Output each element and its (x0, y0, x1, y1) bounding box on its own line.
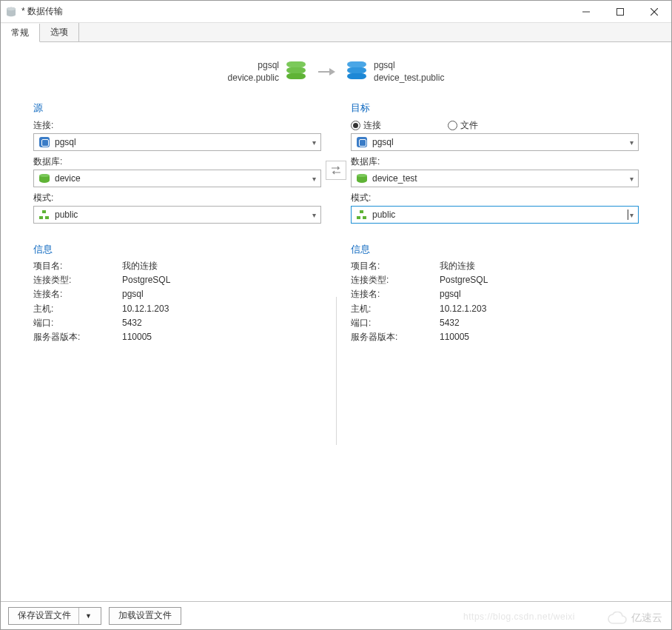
maximize-button[interactable] (603, 1, 637, 22)
target-heading: 目标 (351, 101, 639, 115)
postgres-icon (38, 136, 50, 148)
target-db-label: 数据库: (351, 155, 639, 168)
info-value: 10.12.1.203 (440, 302, 486, 316)
source-schema-value: public (55, 210, 311, 220)
target-connection-select[interactable]: pgsql ▾ (351, 133, 639, 151)
info-key: 服务器版本: (33, 330, 122, 344)
tabbar: 常规 选项 (1, 23, 671, 42)
radio-checked-icon (351, 121, 360, 130)
target-mode-radio-group: 连接 文件 (351, 119, 639, 132)
chevron-down-icon: ▾ (628, 211, 635, 219)
target-schema-value: public (372, 210, 628, 220)
info-key: 服务器版本: (351, 330, 440, 344)
info-row: 连接类型:PostgreSQL (33, 273, 321, 287)
summary-source-db: device.public (228, 72, 279, 84)
minimize-button[interactable] (569, 1, 603, 22)
svg-marker-7 (329, 68, 335, 76)
tab-general[interactable]: 常规 (1, 24, 40, 42)
source-db-value: device (55, 173, 311, 184)
close-button[interactable] (637, 1, 671, 22)
radio-connection-label: 连接 (363, 119, 381, 132)
radio-file[interactable]: 文件 (448, 119, 478, 132)
schema-icon (38, 209, 50, 221)
source-info-heading: 信息 (33, 243, 321, 256)
target-schema-label: 模式: (351, 192, 639, 204)
target-info-heading: 信息 (351, 243, 639, 256)
summary-target-db: device_test.public (374, 72, 444, 84)
info-value: pgsql (122, 287, 144, 301)
info-key: 连接类型: (351, 273, 440, 287)
info-key: 项目名: (351, 259, 440, 273)
arrow-right-icon (316, 61, 337, 82)
source-conn-label: 连接: (33, 119, 321, 132)
info-key: 主机: (351, 302, 440, 316)
vertical-divider (336, 297, 337, 445)
source-connection-select[interactable]: pgsql ▾ (33, 133, 321, 151)
source-schema-label: 模式: (33, 192, 321, 204)
app-icon (5, 6, 17, 18)
info-value: 5432 (122, 316, 142, 330)
window-controls (569, 1, 671, 22)
info-value: 110005 (122, 330, 152, 344)
info-value: 我的连接 (440, 259, 475, 273)
target-info-block: 信息 项目名:我的连接 连接类型:PostgreSQL 连接名:pgsql 主机… (351, 243, 639, 344)
schema-icon (356, 209, 368, 221)
info-row: 端口:5432 (351, 316, 639, 330)
target-column: 目标 连接 文件 pgsql ▾ 数据库: device_test ▾ 模式: … (351, 101, 639, 442)
swap-button[interactable] (326, 161, 346, 180)
info-value: 我的连接 (122, 259, 158, 273)
database-target-icon (347, 61, 366, 82)
chevron-down-icon: ▾ (628, 138, 635, 147)
titlebar: * 数据传输 (1, 1, 671, 23)
tab-options[interactable]: 选项 (40, 23, 79, 41)
save-profile-button[interactable]: 保存设置文件 ▼ (8, 607, 101, 625)
load-profile-label: 加载设置文件 (118, 609, 172, 622)
chevron-down-icon: ▾ (311, 211, 317, 219)
info-row: 连接类型:PostgreSQL (351, 273, 639, 287)
summary-target: pgsql device_test.public (347, 59, 444, 84)
summary-source-conn: pgsql (228, 59, 279, 72)
load-profile-button[interactable]: 加载设置文件 (109, 607, 181, 625)
summary-source-text: pgsql device.public (228, 59, 279, 84)
window-title: * 数据传输 (21, 5, 569, 18)
source-heading: 源 (33, 101, 321, 115)
tab-options-label: 选项 (50, 26, 68, 38)
cloud-icon (608, 611, 627, 625)
summary-source: pgsql device.public (228, 59, 306, 84)
info-key: 端口: (33, 316, 122, 330)
source-database-select[interactable]: device ▾ (33, 170, 321, 187)
source-db-label: 数据库: (33, 155, 321, 168)
summary-target-conn: pgsql (374, 59, 444, 72)
info-value: 5432 (440, 316, 460, 330)
target-db-value: device_test (372, 173, 628, 184)
source-schema-select[interactable]: public ▾ (33, 206, 321, 224)
target-conn-value: pgsql (372, 137, 628, 147)
info-row: 连接名:pgsql (351, 287, 639, 301)
postgres-icon (356, 136, 368, 148)
svg-point-1 (7, 7, 16, 10)
info-key: 端口: (351, 316, 440, 330)
watermark-brand: 亿速云 (631, 611, 662, 625)
chevron-down-icon: ▾ (311, 175, 317, 183)
summary-target-text: pgsql device_test.public (374, 59, 444, 84)
radio-file-label: 文件 (460, 119, 478, 132)
info-row: 连接名:pgsql (33, 287, 321, 301)
watermark-url: https://blog.csdn.net/weixi (463, 611, 575, 622)
chevron-down-icon: ▾ (311, 138, 317, 147)
info-key: 连接类型: (33, 273, 122, 287)
svg-rect-3 (617, 8, 624, 15)
radio-connection[interactable]: 连接 (351, 119, 381, 132)
tab-general-label: 常规 (11, 27, 29, 39)
chevron-down-icon: ▼ (78, 608, 92, 624)
target-database-select[interactable]: device_test ▾ (351, 170, 639, 187)
info-value: PostgreSQL (440, 273, 488, 287)
chevron-down-icon: ▾ (628, 175, 635, 183)
info-row: 服务器版本:110005 (33, 330, 321, 344)
info-row: 主机:10.12.1.203 (351, 302, 639, 316)
radio-unchecked-icon (448, 121, 457, 130)
info-value: 110005 (440, 330, 469, 344)
target-schema-select[interactable]: public ▾ (351, 206, 639, 224)
source-info-block: 信息 项目名:我的连接 连接类型:PostgreSQL 连接名:pgsql 主机… (33, 243, 321, 344)
database-source-icon (286, 61, 306, 82)
info-key: 主机: (33, 302, 122, 316)
